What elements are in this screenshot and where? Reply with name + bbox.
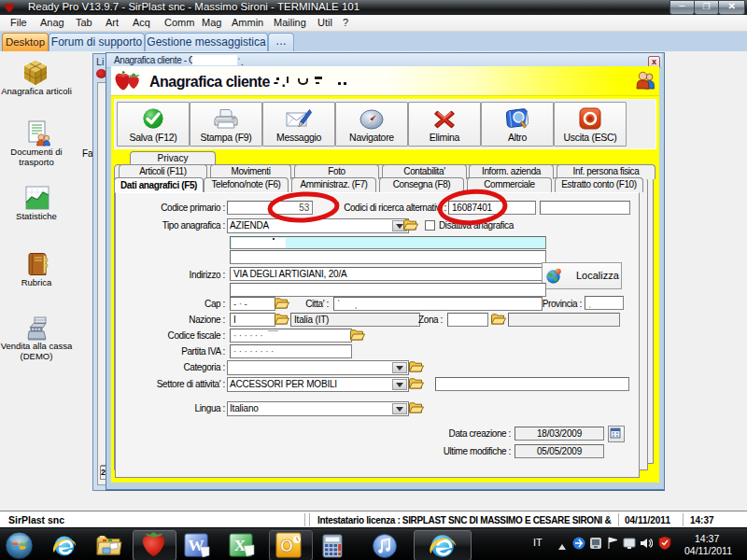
svg-text:X: X bbox=[234, 537, 247, 554]
svg-text:O: O bbox=[280, 537, 293, 555]
